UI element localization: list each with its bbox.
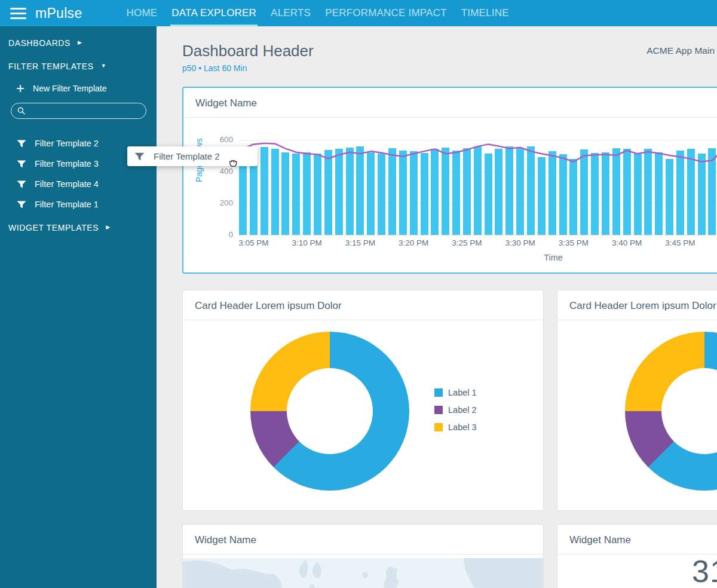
sidebar-section-label: FILTER TEMPLATES: [8, 62, 94, 71]
donut-chart: [625, 332, 717, 491]
sidebar-section-label: WIDGET TEMPLATES: [8, 223, 99, 232]
nav-data-explorer[interactable]: DATA EXPLORER: [164, 0, 263, 26]
x-tick-label: 3:05 PM: [238, 238, 268, 247]
filter-template-item[interactable]: Filter Template 4: [0, 174, 157, 194]
x-tick-label: 3:40 PM: [612, 238, 642, 247]
legend-swatch: [434, 388, 443, 397]
app-logo: mPulse: [35, 5, 82, 22]
search-icon: [17, 106, 25, 115]
legend-item: Label 1: [434, 388, 477, 397]
menu-icon[interactable]: [10, 8, 26, 19]
card-title: Card Header Lorem ipsum Dolor: [183, 290, 543, 320]
filter-search-input[interactable]: [30, 106, 140, 115]
big-number-value: 31: [692, 553, 717, 588]
filter-template-label: Filter Template 3: [35, 159, 99, 169]
nav-timeline[interactable]: TIMELINE: [454, 0, 516, 26]
caret-right-icon: ▶: [106, 224, 111, 230]
drag-ghost-label: Filter Template 2: [154, 151, 220, 161]
nav-alerts[interactable]: ALERTS: [263, 0, 318, 26]
legend-item: Label 2: [434, 405, 477, 415]
funnel-icon: [17, 140, 26, 148]
filter-search-box: [11, 103, 146, 119]
y-tick-label: 200: [191, 198, 233, 207]
x-tick-label: 3:25 PM: [452, 238, 482, 247]
sidebar-section-dashboards[interactable]: DASHBOARDS ▶: [8, 36, 157, 50]
legend-item: Label 3: [434, 422, 477, 432]
legend-label: Label 2: [448, 405, 477, 415]
x-axis-label: Time: [544, 253, 563, 262]
nav-home[interactable]: HOME: [120, 0, 165, 26]
legend-label: Label 3: [448, 422, 477, 432]
sidebar-section-widget-templates[interactable]: WIDGET TEMPLATES ▶: [8, 220, 157, 235]
app-selector[interactable]: ACME App Main: [646, 45, 715, 56]
map-widget: Widget Name: [182, 524, 544, 588]
top-navigation-bar: mPulse HOME DATA EXPLORER ALERTS PERFORM…: [0, 0, 717, 26]
donut-hole: [287, 368, 373, 454]
donut-card-right: Card Header Lorem ipsum Dolor: [557, 290, 717, 511]
x-tick-label: 3:35 PM: [559, 238, 589, 247]
line-series: [239, 140, 717, 236]
donut-legend: Label 1 Label 2 Label 3: [434, 388, 477, 440]
card-title: Card Header Lorem ipsum Dolor: [557, 290, 717, 320]
y-tick-label: 600: [191, 135, 233, 144]
sidebar-section-label: DASHBOARDS: [8, 38, 71, 48]
plus-icon: +: [16, 82, 24, 94]
page-subtitle: p50 • Last 60 Min: [182, 63, 247, 73]
filter-template-label: Filter Template 1: [35, 200, 99, 209]
nav-performance-impact[interactable]: PERFORMANCE IMPACT: [318, 0, 454, 26]
donut-chart: [250, 332, 409, 491]
legend-swatch: [434, 406, 443, 414]
widget-title: Widget Name: [183, 88, 717, 118]
x-tick-label: 3:20 PM: [399, 238, 428, 247]
funnel-icon: [17, 160, 26, 168]
funnel-icon: [17, 180, 26, 188]
funnel-icon: [17, 201, 26, 209]
new-filter-template-button[interactable]: + New Filter Template: [16, 82, 157, 94]
filter-template-label: Filter Template 2: [35, 139, 99, 148]
timeseries-plot: [239, 140, 717, 235]
x-tick-label: 3:15 PM: [345, 238, 375, 247]
x-tick-label: 3:45 PM: [665, 238, 695, 247]
sidebar: DASHBOARDS ▶ FILTER TEMPLATES ▼ + New Fi…: [0, 26, 157, 588]
filter-template-label: Filter Template 4: [35, 179, 99, 189]
caret-down-icon: ▼: [101, 63, 107, 69]
new-filter-template-label: New Filter Template: [33, 84, 106, 93]
map-image: [183, 558, 543, 588]
x-tick-label: 3:30 PM: [505, 238, 535, 247]
page-title: Dashboard Header: [182, 42, 314, 60]
sidebar-section-filter-templates[interactable]: FILTER TEMPLATES ▼: [8, 59, 157, 74]
timeseries-widget: Widget Name Page Views Time 02004006003:…: [182, 87, 717, 274]
filter-template-item[interactable]: Filter Template 1: [0, 194, 157, 215]
donut-card-left: Card Header Lorem ipsum Dolor Label 1 La…: [182, 290, 544, 511]
funnel-icon: [134, 152, 145, 161]
widget-title: Widget Name: [183, 525, 543, 555]
world-map: [183, 558, 543, 588]
primary-nav: HOME DATA EXPLORER ALERTS PERFORMANCE IM…: [120, 0, 516, 26]
big-number-widget: Widget Name 31: [557, 524, 717, 588]
y-tick-label: 0: [191, 230, 233, 239]
caret-right-icon: ▶: [78, 39, 82, 45]
legend-swatch: [434, 423, 443, 431]
widget-title: Widget Name: [557, 525, 717, 555]
x-tick-label: 3:10 PM: [292, 238, 321, 247]
legend-label: Label 1: [448, 388, 477, 397]
grabbing-cursor-icon: [226, 156, 240, 169]
